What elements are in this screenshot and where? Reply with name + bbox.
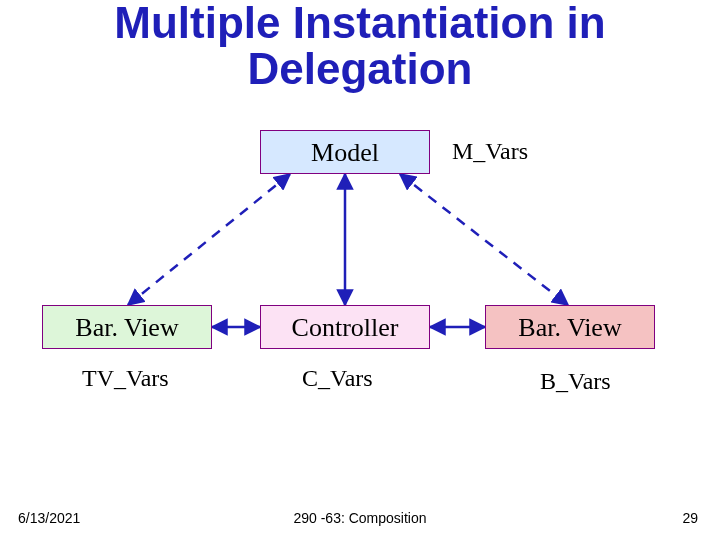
footer-page-number: 29 <box>682 510 698 526</box>
svg-line-0 <box>128 174 290 305</box>
label-m-vars: M_Vars <box>452 138 528 165</box>
node-barview-right: Bar. View <box>485 305 655 349</box>
node-controller: Controller <box>260 305 430 349</box>
label-b-vars: B_Vars <box>540 368 611 395</box>
slide-title: Multiple Instantiation in Delegation <box>0 0 720 92</box>
slide: { "title": "Multiple Instantiation in De… <box>0 0 720 540</box>
node-barview-left: Bar. View <box>42 305 212 349</box>
svg-line-1 <box>400 174 568 305</box>
label-tv-vars: TV_Vars <box>82 365 169 392</box>
node-model: Model <box>260 130 430 174</box>
footer-center: 290 -63: Composition <box>0 510 720 526</box>
label-c-vars: C_Vars <box>302 365 373 392</box>
